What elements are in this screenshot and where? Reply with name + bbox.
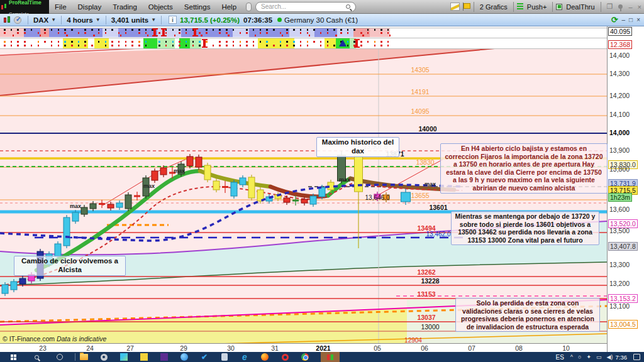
window-restore-icon[interactable]: ❐ (604, 3, 616, 11)
strip-dot (347, 32, 349, 34)
logo-candles-icon (1, 3, 8, 11)
annotation-13720-zona[interactable]: Mientras se mantenga por debajo de 13720… (451, 211, 599, 245)
taskbar-app-blue-icon[interactable] (180, 353, 189, 361)
clip-icon[interactable] (246, 3, 252, 11)
candlestick-style-icon[interactable] (3, 16, 11, 25)
flag-icon[interactable] (463, 3, 470, 11)
settings-glyph (101, 354, 108, 361)
strip-dot (226, 32, 228, 34)
menu-settings[interactable]: Settings (179, 3, 216, 11)
search-input[interactable]: Search... (255, 2, 356, 12)
taskbar-cortana-icon[interactable] (55, 353, 64, 361)
candle-body (160, 168, 167, 175)
taskbar-todo-check-icon[interactable]: ✔ (200, 353, 209, 361)
battery-icon[interactable]: ▭ (596, 354, 602, 360)
strip-dot (138, 41, 140, 43)
grafics-button[interactable]: 2 Grafics (477, 3, 510, 11)
price-level-label: 13830 (416, 158, 434, 166)
strip-dot (17, 32, 19, 34)
strip-dot (145, 32, 147, 34)
strip-dot (186, 41, 187, 43)
menu-trading[interactable]: Trading (107, 3, 143, 11)
strip-dot (165, 32, 167, 34)
taskbar-chrome-icon[interactable] (301, 353, 309, 361)
taskbar-settings-icon[interactable] (99, 353, 108, 361)
units-dropdown[interactable]: 3,401 units▼ (110, 16, 157, 24)
chart-close-button[interactable]: × (636, 16, 640, 23)
chart-tools-icon[interactable] (450, 3, 460, 11)
strip-cell (190, 38, 201, 48)
notification-center-icon[interactable] (633, 354, 640, 360)
max-label: max (425, 181, 436, 187)
annotation-cambio-ciclo[interactable]: Cambio de ciclo volvemos a Alcista (14, 256, 126, 276)
x-axis-label: 31 (271, 344, 279, 352)
speaker-icon[interactable]: ◀) (607, 354, 613, 360)
taskbar-opera-icon[interactable] (280, 353, 289, 361)
strip-dot (131, 29, 133, 31)
menu-file[interactable]: File (49, 3, 72, 11)
taskbar-divider-icon[interactable] (70, 353, 79, 361)
menu-objects[interactable]: Objects (143, 3, 179, 11)
strip-dot (105, 41, 107, 43)
refresh-icon[interactable]: ⟳ (611, 15, 618, 25)
chart-minimize-button[interactable]: – (622, 16, 626, 23)
taskbar-edge-icon[interactable]: e (240, 353, 249, 361)
strip-dot (340, 32, 342, 34)
dropbox-icon[interactable]: ✦ (587, 354, 592, 360)
strip-dot (266, 45, 268, 47)
taskbar-powershell-icon[interactable] (140, 353, 148, 361)
candle-body (204, 165, 211, 180)
strip-dot (226, 41, 228, 43)
window-minimize-button[interactable]: – (626, 3, 635, 11)
annotation-maximo-historico[interactable]: Maximo historico del dax (316, 137, 399, 157)
strip-dot (260, 32, 262, 34)
chart-maximize-button[interactable]: □ (629, 16, 633, 23)
taskbar-clock[interactable]: 7:36 (616, 354, 628, 361)
strip-dot (246, 29, 248, 31)
push-button[interactable]: Push+ (525, 3, 550, 11)
price-level-label: 13655 (411, 192, 429, 199)
taskbar-photos-icon[interactable] (119, 353, 128, 361)
annotation-perdida-zona[interactable]: Solo la perdida de esta zona con validac… (455, 298, 600, 332)
timeframe-dropdown[interactable]: 4 hours▼ (65, 16, 101, 24)
menu-display[interactable]: Display (72, 3, 108, 11)
x-axis-label: 2021 (316, 344, 330, 352)
taskbar-prorealtime-icon[interactable] (321, 352, 340, 362)
annotation-h4-ciclo[interactable]: En H4 abierto ciclo bajista y estamos en… (440, 143, 608, 194)
language-indicator[interactable]: ES (556, 354, 564, 361)
info-icon[interactable]: i (169, 16, 177, 24)
strip-dot (24, 32, 26, 34)
max-label: max (339, 177, 350, 183)
search-glyph (35, 355, 39, 359)
taskbar-explorer-icon[interactable] (79, 353, 88, 361)
strip-dot (44, 32, 46, 34)
taskbar-start-icon[interactable] (9, 353, 18, 361)
taskbar-calculator-icon[interactable] (220, 353, 229, 361)
onenote-glyph (160, 353, 168, 361)
market-globe-icon[interactable] (14, 16, 21, 24)
time-axis[interactable]: 23242729303120210506070810 (0, 343, 607, 352)
taskbar-search-icon[interactable] (32, 353, 41, 361)
strip-dot (64, 32, 66, 34)
strip-dot (260, 41, 262, 43)
menubar-right: 2 Grafics Push+ DealThru ❐ – × (450, 0, 644, 14)
instrument-dropdown[interactable]: DAX▼ (32, 16, 57, 24)
strip-dot (206, 41, 208, 43)
dealthru-button[interactable]: DealThru (564, 3, 597, 11)
last-price: 13,715.5 (+0.25%) (180, 16, 240, 24)
price-axis[interactable]: 40.09512.36814,40014,30014,20014,10014,0… (607, 26, 644, 352)
strip-dot (313, 41, 315, 43)
menu-help[interactable]: Help (216, 3, 242, 11)
desktop-screen: ProRealTime Complete FileDisplayTradingO… (0, 0, 644, 362)
strip-dot (51, 45, 53, 47)
candle-body (301, 199, 308, 203)
pin-icon[interactable] (618, 4, 623, 9)
candle-body (72, 212, 79, 221)
chevron-up-icon[interactable]: ^ (570, 354, 573, 360)
taskbar-firefox-icon[interactable] (260, 353, 269, 361)
taskbar-onenote-icon[interactable] (160, 353, 169, 361)
pattern-indicator-strip[interactable] (0, 28, 607, 49)
dealthru-checkbox[interactable] (556, 4, 562, 10)
tray-circle-icon[interactable]: ○ (578, 354, 581, 360)
window-close-button[interactable]: × (635, 3, 644, 11)
